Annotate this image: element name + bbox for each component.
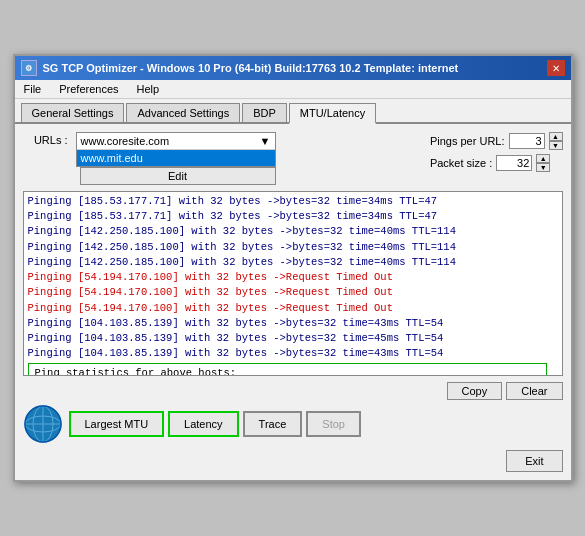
packet-spinner-btns: ▲ ▼ [536, 154, 550, 172]
output-line: Pinging [142.250.185.100] with 32 bytes … [28, 240, 558, 255]
tab-advanced-settings[interactable]: Advanced Settings [126, 103, 240, 122]
edit-button[interactable]: Edit [80, 167, 276, 185]
menu-help[interactable]: Help [134, 82, 163, 96]
main-window: ⚙ SG TCP Optimizer - Windows 10 Pro (64-… [13, 54, 573, 482]
pings-per-url-row: Pings per URL: ▲ ▼ [430, 132, 563, 150]
exit-button[interactable]: Exit [506, 450, 562, 472]
window-title: SG TCP Optimizer - Windows 10 Pro (64-bi… [43, 62, 459, 74]
tab-content: URLs : www.coresite.com ▼ www.mit.edu Ed… [15, 124, 571, 480]
pings-per-url-label: Pings per URL: [430, 135, 505, 147]
packet-size-input[interactable] [496, 155, 532, 171]
copy-button[interactable]: Copy [447, 382, 503, 400]
copy-clear-row: Copy Clear [23, 382, 563, 400]
output-line: Pinging [142.250.185.100] with 32 bytes … [28, 224, 558, 239]
pings-down-btn[interactable]: ▼ [549, 141, 563, 150]
main-action-btns: Largest MTU Latency Trace Stop [69, 411, 563, 437]
globe-icon [23, 404, 63, 444]
output-line-red: Pinging [54.194.170.100] with 32 bytes -… [28, 301, 558, 316]
tab-bar: General Settings Advanced Settings BDP M… [15, 99, 571, 124]
clear-button[interactable]: Clear [506, 382, 562, 400]
output-line-red: Pinging [54.194.170.100] with 32 bytes -… [28, 270, 558, 285]
output-line: Pinging [104.103.85.139] with 32 bytes -… [28, 346, 558, 361]
output-line-red: Pinging [54.194.170.100] with 32 bytes -… [28, 285, 558, 300]
stats-header: Ping statistics for above hosts: [35, 366, 540, 376]
title-bar: ⚙ SG TCP Optimizer - Windows 10 Pro (64-… [15, 56, 571, 80]
url-item-1: www.coresite.com [81, 135, 170, 147]
footer-row: Exit [23, 450, 563, 472]
main-buttons-row: Largest MTU Latency Trace Stop [23, 404, 563, 444]
packet-size-label: Packet size : [430, 157, 492, 169]
menu-bar: File Preferences Help [15, 80, 571, 99]
menu-file[interactable]: File [21, 82, 45, 96]
output-line: Pinging [185.53.177.71] with 32 bytes ->… [28, 194, 558, 209]
url-combo[interactable]: www.coresite.com ▼ www.mit.edu [76, 132, 276, 167]
pings-spinner-btns: ▲ ▼ [549, 132, 563, 150]
pings-up-btn[interactable]: ▲ [549, 132, 563, 141]
packet-down-btn[interactable]: ▼ [536, 163, 550, 172]
url-row: URLs : www.coresite.com ▼ www.mit.edu Ed… [23, 132, 563, 185]
close-button[interactable]: ✕ [547, 60, 565, 76]
tab-bdp[interactable]: BDP [242, 103, 287, 122]
url-label: URLs : [23, 132, 68, 146]
pings-per-url-input[interactable] [509, 133, 545, 149]
stop-button[interactable]: Stop [306, 411, 361, 437]
dropdown-arrow-icon: ▼ [260, 135, 271, 147]
stats-box: Ping statistics for above hosts: Packets… [28, 363, 547, 376]
output-area: Pinging [185.53.177.71] with 32 bytes ->… [23, 191, 563, 376]
packet-size-row: Packet size : ▲ ▼ [430, 154, 563, 172]
trace-button[interactable]: Trace [243, 411, 303, 437]
app-icon: ⚙ [21, 60, 37, 76]
output-line: Pinging [142.250.185.100] with 32 bytes … [28, 255, 558, 270]
output-line: Pinging [185.53.177.71] with 32 bytes ->… [28, 209, 558, 224]
largest-mtu-button[interactable]: Largest MTU [69, 411, 165, 437]
tab-mtu-latency[interactable]: MTU/Latency [289, 103, 376, 124]
url-combo-header: www.coresite.com ▼ [77, 133, 275, 150]
latency-button[interactable]: Latency [168, 411, 239, 437]
output-line: Pinging [104.103.85.139] with 32 bytes -… [28, 331, 558, 346]
url-item-selected: www.mit.edu [77, 150, 275, 166]
menu-preferences[interactable]: Preferences [56, 82, 121, 96]
tab-general-settings[interactable]: General Settings [21, 103, 125, 122]
title-bar-left: ⚙ SG TCP Optimizer - Windows 10 Pro (64-… [21, 60, 459, 76]
packet-up-btn[interactable]: ▲ [536, 154, 550, 163]
right-options: Pings per URL: ▲ ▼ Packet size : ▲ ▼ [430, 132, 563, 172]
output-line: Pinging [104.103.85.139] with 32 bytes -… [28, 316, 558, 331]
